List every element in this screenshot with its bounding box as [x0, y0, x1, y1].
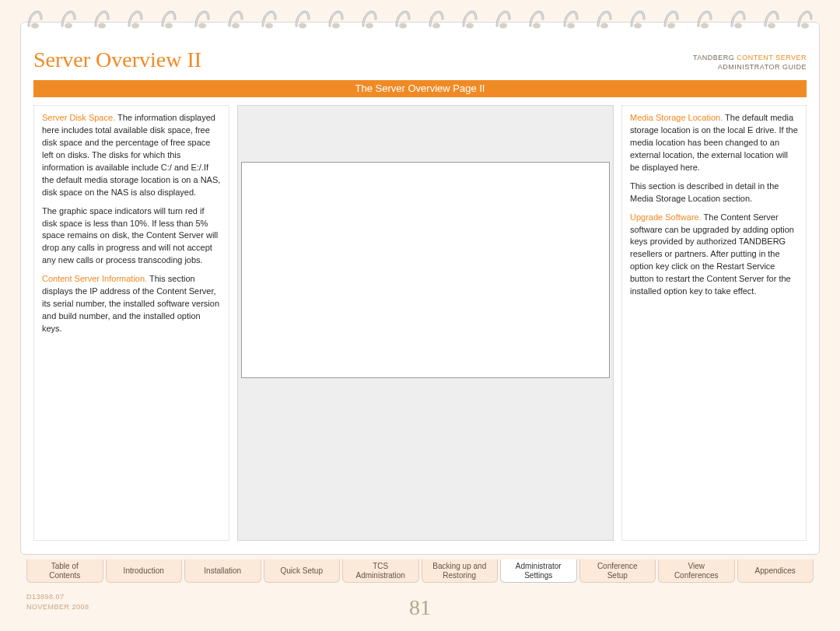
nav-tabs: Table ofContentsIntroductionInstallation… [26, 559, 814, 583]
tab-appendices[interactable]: Appendices [737, 559, 814, 583]
disk-space-label: Server Disk Space. [42, 113, 115, 122]
media-storage-note: This section is described in detail in t… [630, 181, 798, 205]
disk-space-text: The information displayed here includes … [42, 113, 220, 197]
tab-introduction[interactable]: Introduction [106, 559, 183, 583]
content-server-info-label: Content Server Information. [42, 274, 147, 283]
svg-point-20 [701, 23, 709, 29]
svg-point-3 [131, 23, 139, 29]
tab-backing-up-and-restoring[interactable]: Backing up andRestoring [422, 559, 499, 583]
svg-point-18 [634, 23, 642, 29]
spiral-ring-icon [57, 5, 80, 36]
spiral-ring-icon [593, 5, 616, 36]
svg-point-0 [31, 23, 39, 29]
tab-installation[interactable]: Installation [184, 559, 261, 583]
brand-subtitle: ADMINISTRATOR GUIDE [693, 62, 807, 72]
tab-tcs-administration[interactable]: TCSAdministration [342, 559, 419, 583]
spiral-ring-icon [726, 5, 750, 36]
spiral-ring-icon [559, 5, 583, 36]
svg-point-2 [98, 23, 106, 29]
upgrade-software-label: Upgrade Software. [630, 212, 702, 222]
spiral-ring-icon [760, 5, 783, 36]
brand-name: TANDBERG [693, 54, 737, 61]
media-storage-label: Media Storage Location. [630, 113, 723, 122]
svg-point-14 [499, 23, 507, 29]
svg-point-4 [165, 23, 173, 29]
tab-table-of-contents[interactable]: Table ofContents [26, 559, 103, 583]
spiral-ring-icon [90, 5, 114, 36]
spiral-ring-icon [391, 5, 415, 36]
spiral-ring-icon [124, 5, 147, 36]
svg-point-8 [299, 23, 306, 29]
spiral-ring-icon [660, 5, 683, 36]
tab-view-conferences[interactable]: ViewConferences [658, 559, 735, 583]
spiral-ring-icon [291, 5, 314, 36]
spiral-ring-icon [425, 5, 448, 36]
spiral-ring-icon [257, 5, 281, 36]
svg-point-12 [432, 23, 440, 29]
spiral-ring-icon [358, 5, 381, 36]
upgrade-software-text: The Content Server software can be upgra… [630, 212, 794, 296]
svg-point-7 [265, 23, 273, 29]
spiral-ring-icon [626, 5, 649, 36]
spiral-ring-icon [157, 5, 180, 36]
screenshot-panel [237, 105, 614, 541]
spiral-ring-icon [23, 5, 47, 36]
tab-administrator-settings[interactable]: AdministratorSettings [500, 559, 577, 583]
left-column: Server Disk Space. The information displ… [33, 105, 229, 541]
tab-conference-setup[interactable]: ConferenceSetup [579, 559, 656, 583]
spiral-ring-icon [224, 5, 247, 36]
tab-quick-setup[interactable]: Quick Setup [264, 559, 341, 583]
spiral-ring-icon [492, 5, 515, 36]
svg-point-15 [533, 23, 541, 29]
spiral-binding [23, 5, 817, 36]
spiral-ring-icon [458, 5, 481, 36]
page-number: 81 [409, 595, 431, 620]
svg-point-10 [366, 23, 373, 29]
svg-point-13 [466, 23, 474, 29]
spiral-ring-icon [693, 5, 716, 36]
spiral-ring-icon [191, 5, 214, 36]
svg-point-23 [801, 23, 809, 29]
right-column: Media Storage Location. The default medi… [621, 105, 807, 541]
disk-space-warning-text: The graphic space indicators will turn r… [42, 205, 221, 268]
svg-point-17 [600, 23, 608, 29]
svg-point-6 [232, 23, 240, 29]
svg-point-9 [332, 23, 340, 29]
spiral-ring-icon [793, 5, 817, 36]
brand-block: TANDBERG CONTENT SERVER ADMINISTRATOR GU… [693, 53, 807, 72]
page-footer: D13898.07 NOVEMBER 2008 81 [26, 592, 814, 623]
svg-point-22 [768, 23, 775, 29]
brand-product: CONTENT SERVER [737, 54, 807, 61]
svg-point-5 [198, 23, 206, 29]
screenshot-placeholder [241, 162, 610, 378]
spiral-ring-icon [324, 5, 348, 36]
svg-point-16 [567, 23, 575, 29]
document-page: Server Overview II TANDBERG CONTENT SERV… [20, 22, 820, 555]
spiral-ring-icon [525, 5, 548, 36]
svg-point-19 [667, 23, 675, 29]
svg-point-11 [399, 23, 407, 29]
svg-point-21 [734, 23, 742, 29]
section-heading-bar: The Server Overview Page II [33, 80, 807, 97]
page-title: Server Overview II [33, 47, 201, 72]
svg-point-1 [65, 23, 72, 29]
